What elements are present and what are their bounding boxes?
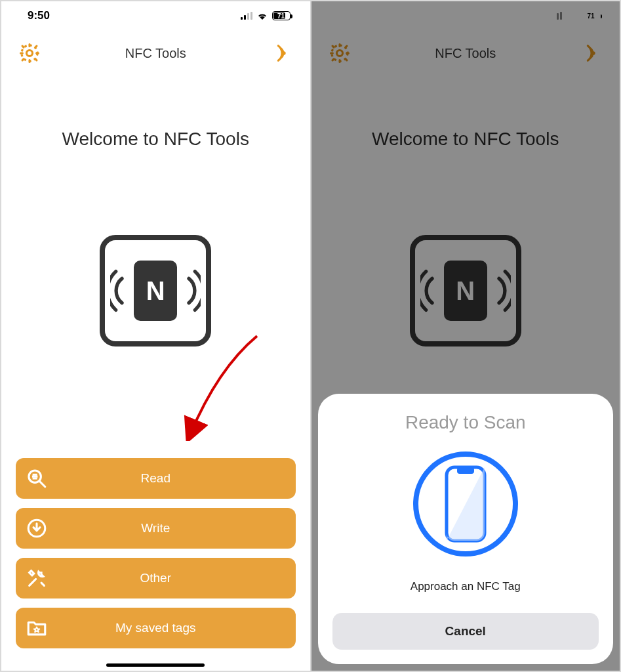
nfc-chip: N [134, 261, 177, 321]
scan-circle-icon [413, 452, 518, 556]
nfc-scan-sheet: Ready to Scan Approach an NFC Tag Cancel [318, 394, 614, 664]
other-label: Other [16, 571, 296, 585]
battery-icon: 71 [272, 11, 290, 20]
svg-point-0 [26, 50, 32, 56]
status-icons: 71 [241, 11, 290, 20]
saved-tags-button[interactable]: My saved tags [16, 608, 296, 648]
sheet-message: Approach an NFC Tag [411, 580, 521, 593]
settings-icon[interactable] [18, 42, 41, 64]
battery-pct: 71 [277, 12, 285, 20]
screen-right: 9:50 71 NFC Tools Welcome to NFC Tools [311, 1, 620, 671]
wifi-icon [256, 11, 268, 20]
svg-point-2 [282, 51, 286, 55]
status-bar: 9:50 71 [1, 1, 310, 30]
cancel-label: Cancel [445, 624, 486, 639]
status-time: 9:50 [28, 9, 50, 22]
sheet-title: Ready to Scan [405, 412, 526, 433]
cellular-icon [241, 12, 252, 20]
phone-icon [443, 465, 489, 543]
read-label: Read [16, 471, 296, 486]
svg-rect-14 [457, 467, 474, 474]
brand-icon[interactable] [271, 42, 293, 64]
read-button[interactable]: Read [16, 458, 296, 499]
button-stack: Read Write Other My saved tags [1, 458, 310, 671]
wave-right-icon [182, 264, 201, 317]
cancel-button[interactable]: Cancel [332, 613, 599, 650]
write-label: Write [16, 521, 296, 536]
app-title: NFC Tools [125, 46, 186, 61]
nfc-chip-letter: N [146, 276, 165, 306]
screen-left: 9:50 71 NFC Tools Welcome to NFC Tools [1, 1, 310, 671]
app-header: NFC Tools [1, 30, 310, 70]
other-button[interactable]: Other [16, 558, 296, 598]
write-button[interactable]: Write [16, 508, 296, 549]
saved-label: My saved tags [16, 621, 296, 635]
wave-left-icon [110, 264, 129, 317]
home-indicator[interactable] [106, 663, 205, 667]
nfc-logo: N [100, 235, 211, 346]
welcome-heading: Welcome to NFC Tools [1, 129, 310, 150]
